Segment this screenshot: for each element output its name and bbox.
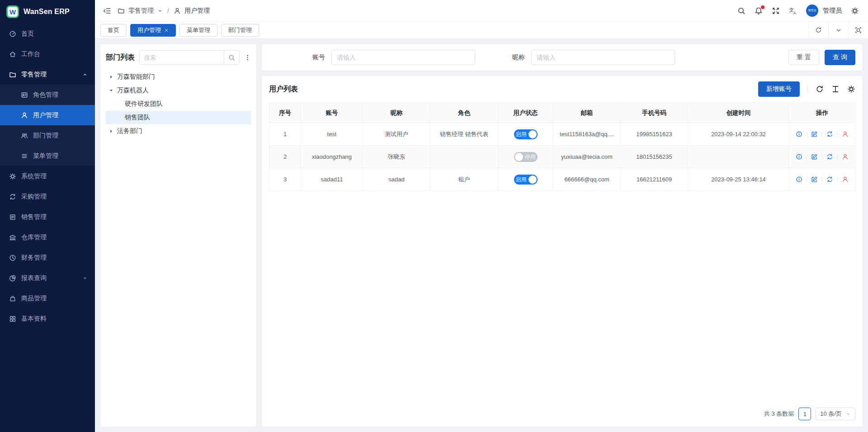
tab-user-management[interactable]: 用户管理: [130, 24, 176, 37]
page-size-select[interactable]: 10 条/页: [816, 408, 855, 420]
sidebar-item-workbench[interactable]: 工作台: [0, 44, 95, 64]
user-table: 序号 账号 昵称 角色 用户状态 邮箱 手机号码 创建时间 操作: [269, 103, 855, 191]
tab-department-management[interactable]: 部门管理: [221, 24, 259, 37]
sidebar-group-retail[interactable]: 零售管理: [0, 64, 95, 85]
department-search-button[interactable]: [224, 51, 239, 64]
tab-options-button[interactable]: [828, 22, 848, 38]
header-actions: 文A 管理员 管理员: [737, 5, 859, 17]
cell-index: 2: [269, 146, 301, 168]
department-search-input[interactable]: [140, 51, 224, 64]
row-assign-role-button[interactable]: [842, 153, 849, 160]
tab-home[interactable]: 首页: [100, 24, 127, 37]
tree-node[interactable]: 法务部门: [106, 124, 251, 138]
sidebar-item-purchase-management[interactable]: 采购管理: [0, 186, 95, 207]
sidebar-item-product-management[interactable]: 商品管理: [0, 288, 95, 309]
table-row: 3 sadad11 sadad 租户 启用 666666@qq.com 1662…: [269, 168, 855, 191]
row-edit-button[interactable]: [811, 131, 818, 138]
grid-icon: [9, 315, 16, 323]
tab-menu-management[interactable]: 菜单管理: [179, 24, 217, 37]
line-height-icon: [831, 85, 840, 93]
cell-account: xiaodongzhang: [301, 146, 363, 168]
sidebar-item-finance-management[interactable]: 财务管理: [0, 247, 95, 268]
cell-roles: 销售经理 销售代表: [430, 123, 498, 146]
notifications-button[interactable]: [755, 7, 763, 15]
caret-right-icon[interactable]: [108, 75, 114, 79]
translate-icon[interactable]: 文A: [789, 7, 797, 15]
chevron-down-icon[interactable]: [157, 8, 163, 14]
cell-index: 3: [269, 168, 301, 191]
folder-icon: [118, 7, 125, 14]
sidebar-item-system-management[interactable]: 系统管理: [0, 166, 95, 186]
tree-node[interactable]: 硬件研发团队: [106, 97, 251, 111]
tree-node[interactable]: 万森智能部门: [106, 70, 251, 84]
row-assign-role-button[interactable]: [842, 131, 849, 138]
row-detail-button[interactable]: [796, 131, 802, 138]
sidebar-item-user-management[interactable]: 用户管理: [0, 105, 95, 125]
row-reset-password-button[interactable]: [826, 153, 833, 160]
sync-icon: [826, 176, 833, 183]
status-toggle[interactable]: 启用: [514, 175, 538, 185]
fullscreen-icon[interactable]: [772, 7, 780, 15]
user-name[interactable]: 管理员: [823, 7, 842, 15]
home-icon: [9, 51, 16, 58]
row-detail-button[interactable]: [796, 176, 802, 183]
table-row: 2 xiaodongzhang 张晓东 停用 yuxiuaa@tecia.com…: [269, 146, 855, 168]
department-search-group: [139, 50, 240, 65]
close-tab-icon[interactable]: [164, 28, 169, 33]
toggle-label: 停用: [525, 154, 536, 160]
row-detail-button[interactable]: [796, 153, 802, 160]
row-edit-button[interactable]: [811, 176, 818, 183]
sidebar-item-label: 财务管理: [21, 254, 88, 262]
caret-down-icon[interactable]: [108, 88, 114, 93]
toggle-knob: [515, 153, 523, 161]
nickname-input[interactable]: [531, 50, 675, 65]
avatar[interactable]: 管理员: [806, 5, 818, 17]
sidebar-group-reports[interactable]: 报表查询: [0, 268, 95, 288]
query-button[interactable]: 查 询: [825, 50, 855, 65]
row-reset-password-button[interactable]: [826, 176, 833, 183]
sidebar-item-basic-data[interactable]: 基本资料: [0, 309, 95, 329]
row-reset-password-button[interactable]: [826, 131, 833, 138]
account-input[interactable]: [331, 50, 475, 65]
refresh-table-button[interactable]: [816, 85, 824, 93]
cell-actions: [789, 123, 855, 146]
reset-button[interactable]: 重 置: [788, 50, 819, 65]
department-more-button[interactable]: [244, 54, 251, 61]
tab-label: 菜单管理: [187, 26, 210, 34]
user-icon: [174, 7, 181, 14]
row-height-button[interactable]: [831, 85, 840, 93]
sidebar-item-sales-management[interactable]: 销售管理: [0, 207, 95, 227]
add-account-button[interactable]: 新增账号: [758, 81, 800, 97]
cell-actions: [789, 168, 855, 191]
cell-nickname: 测试用户: [363, 123, 430, 146]
table-toolbar: 新增账号: [758, 81, 855, 97]
breadcrumb-group[interactable]: 零售管理: [128, 7, 154, 15]
shopping-bag-icon: [9, 295, 16, 302]
col-header: 用户状态: [498, 103, 553, 123]
tree-node-selected[interactable]: 销售团队: [106, 111, 251, 124]
refresh-tab-button[interactable]: [808, 22, 828, 38]
column-settings-button[interactable]: [847, 85, 855, 93]
caret-right-icon[interactable]: [108, 129, 114, 133]
tab-label: 部门管理: [228, 26, 252, 34]
info-circle-icon: [796, 131, 802, 138]
collapse-sidebar-icon[interactable]: [103, 7, 111, 15]
page-button-1[interactable]: 1: [798, 408, 811, 420]
sidebar-submenu-retail: 角色管理 用户管理 部门管理 菜单管理: [0, 85, 95, 166]
tab-label: 用户管理: [137, 26, 161, 34]
settings-gear-icon[interactable]: [851, 7, 859, 15]
search-icon[interactable]: [737, 7, 745, 15]
sidebar-item-home[interactable]: 首页: [0, 24, 95, 44]
sidebar-item-warehouse-management[interactable]: 仓库管理: [0, 227, 95, 247]
svg-text:A: A: [793, 10, 796, 14]
status-toggle[interactable]: 停用: [514, 152, 538, 162]
maximize-content-button[interactable]: [848, 22, 868, 38]
sidebar-item-menu-management[interactable]: 菜单管理: [0, 146, 95, 166]
row-edit-button[interactable]: [811, 153, 818, 160]
refresh-icon: [816, 85, 824, 93]
sidebar-item-department-management[interactable]: 部门管理: [0, 125, 95, 146]
tree-node[interactable]: 万森机器人: [106, 84, 251, 97]
row-assign-role-button[interactable]: [842, 176, 849, 183]
status-toggle[interactable]: 启用: [514, 129, 538, 139]
sidebar-item-role-management[interactable]: 角色管理: [0, 85, 95, 105]
